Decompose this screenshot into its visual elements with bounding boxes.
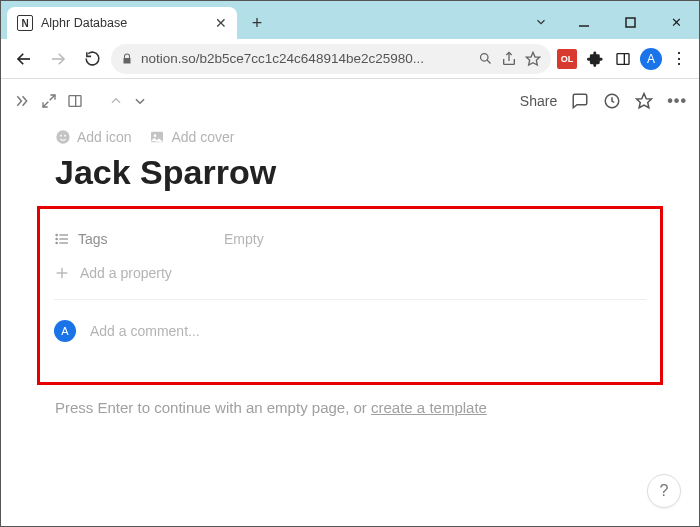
notion-topbar: Share ••• [1,79,699,123]
open-sidebar-icon[interactable] [13,94,31,108]
svg-point-25 [56,238,57,239]
svg-point-24 [56,234,57,235]
svg-point-20 [154,134,157,137]
add-property-button[interactable]: Add a property [50,253,650,299]
window-minimize-button[interactable] [561,5,607,39]
property-name[interactable]: Tags [54,231,214,247]
svg-line-11 [43,102,48,107]
lock-icon [121,52,133,66]
svg-point-4 [481,54,489,62]
nav-forward-button[interactable] [43,44,73,74]
comment-avatar: A [54,320,76,342]
highlight-annotation: Tags Empty Add a property A Add a commen… [37,206,663,385]
extension-ol[interactable]: OL [555,47,579,71]
empty-page-hint: Press Enter to continue with an empty pa… [55,385,645,430]
history-next-icon[interactable] [133,94,147,108]
favorite-star-icon[interactable] [635,92,653,110]
browser-tab[interactable]: N Alphr Database ✕ [7,7,237,39]
updates-clock-icon[interactable] [603,92,621,110]
svg-point-26 [56,242,57,243]
side-panel-icon[interactable] [611,47,635,71]
history-prev-icon[interactable] [109,94,123,108]
page-title[interactable]: Jack Sparrow [55,153,645,206]
comment-placeholder: Add a comment... [90,323,200,339]
extension-ol-badge: OL [557,49,577,69]
svg-marker-7 [526,52,539,65]
extensions-puzzle-icon[interactable] [583,47,607,71]
window-titlebar: N Alphr Database ✕ + ✕ [1,1,699,39]
url-text: notion.so/b2b5ce7cc1c24c648914be2c25980.… [141,51,470,66]
add-property-label: Add a property [80,265,172,281]
comments-icon[interactable] [571,92,589,110]
svg-line-5 [487,60,490,63]
svg-rect-1 [626,18,635,27]
window-maximize-button[interactable] [607,5,653,39]
tab-title: Alphr Database [41,16,127,30]
share-url-icon[interactable] [501,51,517,67]
window-controls: ✕ [521,5,699,39]
property-value[interactable]: Empty [224,231,264,247]
add-cover-button[interactable]: Add cover [149,129,234,145]
hint-prefix: Press Enter to continue with an empty pa… [55,399,371,416]
browser-toolbar: notion.so/b2b5ce7cc1c24c648914be2c25980.… [1,39,699,79]
tab-search-icon[interactable] [521,5,561,39]
page-content: Add icon Add cover Jack Sparrow Tags Emp… [1,123,699,430]
add-icon-label: Add icon [77,129,131,145]
svg-point-17 [60,135,62,137]
new-tab-button[interactable]: + [243,9,271,37]
page-cover-actions: Add icon Add cover [55,123,645,153]
property-name-text: Tags [78,231,108,247]
notion-favicon: N [17,15,33,31]
svg-rect-8 [617,53,629,64]
svg-line-10 [50,95,55,100]
add-icon-button[interactable]: Add icon [55,129,131,145]
create-template-link[interactable]: create a template [371,399,487,416]
peek-mode-icon[interactable] [67,93,83,109]
tab-close-icon[interactable]: ✕ [215,15,227,31]
profile-avatar[interactable]: A [639,47,663,71]
property-row[interactable]: Tags Empty [50,225,650,253]
nav-back-button[interactable] [9,44,39,74]
address-bar[interactable]: notion.so/b2b5ce7cc1c24c648914be2c25980.… [111,44,551,74]
help-button[interactable]: ? [647,474,681,508]
add-cover-label: Add cover [171,129,234,145]
plus-icon [54,265,70,281]
profile-avatar-letter: A [640,48,662,70]
svg-point-16 [56,130,69,143]
bookmark-star-icon[interactable] [525,51,541,67]
chrome-menu-button[interactable]: ⋮ [667,47,691,71]
nav-reload-button[interactable] [77,44,107,74]
search-in-page-icon[interactable] [478,51,493,66]
svg-marker-15 [637,94,652,108]
help-label: ? [660,482,669,500]
multiselect-icon [54,231,70,247]
expand-fullwidth-icon[interactable] [41,93,57,109]
page-more-menu[interactable]: ••• [667,92,687,110]
share-button[interactable]: Share [520,93,557,109]
window-close-button[interactable]: ✕ [653,5,699,39]
svg-point-18 [64,135,66,137]
comment-input-row[interactable]: A Add a comment... [50,300,650,342]
